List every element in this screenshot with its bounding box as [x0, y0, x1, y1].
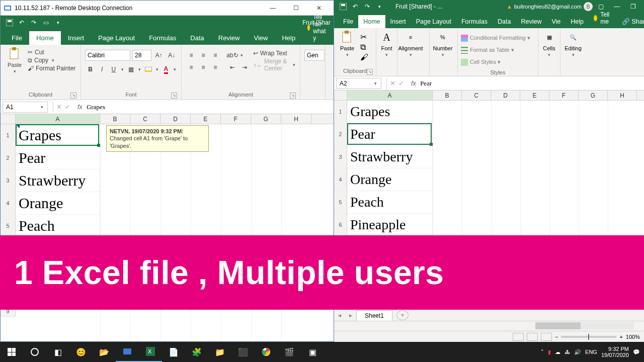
tab-help[interactable]: Help — [566, 15, 589, 28]
fx-icon[interactable]: fx — [411, 79, 416, 87]
tray-icon-2[interactable]: ☁ — [555, 349, 560, 355]
tray-chevron-icon[interactable]: ˄ — [541, 349, 544, 355]
taskbar-app-8[interactable]: ▣ — [301, 342, 324, 362]
row-header-1[interactable]: 1 — [334, 101, 347, 123]
select-all-corner[interactable] — [1, 114, 16, 124]
zoom-value[interactable]: 100% — [626, 334, 640, 340]
grow-font-icon[interactable]: A↑ — [153, 50, 165, 61]
tab-page-layout[interactable]: Page Layout — [411, 15, 456, 28]
redo-icon[interactable]: ↷ — [361, 1, 373, 13]
cell-A1[interactable]: Grapes — [16, 124, 100, 147]
row-header-3[interactable]: 3 — [334, 146, 347, 168]
task-view-button[interactable]: ◧ — [46, 342, 69, 362]
taskbar-app-3[interactable]: 📄 — [162, 342, 185, 362]
row-header-6[interactable]: 6 — [334, 214, 347, 236]
align-right-icon[interactable]: ≡ — [210, 62, 221, 73]
system-tray[interactable]: ˄ ▮ ☁ 🖧 🔊 ENG 9:32 PM 19/07/2020 💬 — [541, 346, 644, 358]
font-group-button[interactable]: AFont▾ — [379, 30, 394, 66]
alignment-group-button[interactable]: ≡Alignment▾ — [400, 30, 421, 66]
share-button[interactable]: 🔗 Share — [617, 15, 644, 28]
column-header-B[interactable]: B — [433, 90, 462, 100]
add-sheet-button[interactable]: + — [396, 310, 409, 320]
cell-A5[interactable]: Peach — [16, 215, 100, 237]
alignment-launcher[interactable]: ↘ — [290, 93, 296, 99]
cell-A6[interactable]: Pineapple — [347, 214, 433, 236]
row-header-4[interactable]: 4 — [1, 192, 16, 215]
tray-notifications-icon[interactable]: 💬 — [633, 349, 640, 355]
cell-A5[interactable]: Peach — [347, 191, 433, 214]
align-middle-icon[interactable]: ≡ — [198, 50, 209, 61]
save-icon[interactable] — [4, 17, 16, 29]
tab-page-layout[interactable]: Page Layout — [91, 31, 142, 45]
cell-A1[interactable]: Grapes — [347, 101, 433, 123]
copy-icon[interactable]: ⧉ — [360, 43, 368, 52]
formula-value-left[interactable]: Grapes — [87, 103, 334, 111]
tab-insert[interactable]: Insert — [385, 15, 411, 28]
number-format-input[interactable] — [304, 50, 325, 61]
cell-A4[interactable]: Orange — [16, 192, 100, 215]
cut-icon[interactable]: ✂ — [360, 32, 368, 42]
column-header-F[interactable]: F — [549, 90, 579, 100]
enter-formula-icon[interactable]: ✓ — [65, 103, 70, 111]
clipboard-launcher[interactable]: ↘ — [367, 69, 373, 75]
tray-network-icon[interactable]: 🖧 — [565, 349, 570, 355]
column-header-C[interactable]: C — [462, 90, 491, 100]
copy-button[interactable]: ⧉Copy▾ — [28, 57, 75, 64]
taskbar-chrome[interactable] — [255, 342, 278, 362]
tab-home[interactable]: Home — [358, 15, 385, 28]
cell-A4[interactable]: Orange — [347, 168, 433, 191]
tab-data[interactable]: Data — [183, 31, 211, 45]
taskbar-app-4[interactable]: 🧩 — [185, 342, 208, 362]
cancel-formula-icon[interactable]: ✕ — [390, 79, 395, 87]
align-top-icon[interactable]: ≡ — [186, 50, 197, 61]
row-header-3[interactable]: 3 — [1, 169, 16, 192]
tab-help[interactable]: Help — [275, 31, 302, 45]
touch-mode-icon[interactable]: ▭ — [40, 17, 52, 29]
tray-clock[interactable]: 9:32 PM 19/07/2020 — [601, 346, 629, 358]
cell-A3[interactable]: Strawberry — [16, 169, 100, 192]
editing-group-button[interactable]: 🔍Editing▾ — [564, 30, 583, 66]
wrap-text-button[interactable]: ↩Wrap Text — [253, 50, 296, 57]
align-center-icon[interactable]: ≡ — [198, 62, 209, 73]
taskbar-app-5[interactable]: 📁 — [208, 342, 231, 362]
row-header-2[interactable]: 2 — [334, 123, 347, 146]
tab-review[interactable]: Review — [516, 15, 546, 28]
tell-me[interactable]: Tell me — [589, 8, 617, 28]
column-header-D[interactable]: D — [160, 114, 191, 124]
font-size-input[interactable] — [132, 50, 151, 61]
tab-review[interactable]: Review — [211, 31, 247, 45]
window-restore[interactable]: ❐ — [625, 1, 641, 13]
column-header-B[interactable]: B — [100, 114, 130, 124]
tab-formulas[interactable]: Formulas — [142, 31, 183, 45]
formula-value-right[interactable]: Pear — [420, 79, 644, 87]
sheet-nav-prev[interactable]: ◂ — [334, 312, 345, 319]
shrink-font-icon[interactable]: A↓ — [167, 50, 178, 61]
taskbar-app-2[interactable]: 📂 — [93, 342, 116, 362]
underline-button[interactable]: U — [108, 64, 119, 75]
font-name-input[interactable] — [85, 50, 130, 61]
paste-button[interactable]: Paste▾ — [337, 30, 357, 66]
taskbar-app-6[interactable]: ⬛ — [231, 342, 255, 362]
view-normal-icon[interactable] — [513, 333, 524, 341]
taskbar-rdp[interactable] — [116, 342, 139, 362]
signed-in-user[interactable]: ▲ buitronghieu82@gmail.com B — [507, 2, 593, 11]
view-page-break-icon[interactable] — [541, 333, 552, 341]
zoom-in[interactable]: + — [619, 334, 622, 340]
tell-me[interactable]: Tell me what y — [302, 11, 334, 45]
font-launcher[interactable]: ↘ — [171, 93, 177, 99]
column-header-E[interactable]: E — [520, 90, 549, 100]
undo-icon[interactable]: ↶ — [16, 17, 28, 29]
view-page-layout-icon[interactable] — [527, 333, 538, 341]
indent-increase-icon[interactable]: ⇥ — [239, 62, 250, 73]
taskbar-excel[interactable]: X — [139, 342, 162, 362]
rdp-minimize[interactable]: — — [261, 1, 284, 16]
search-button[interactable] — [23, 342, 46, 362]
indent-decrease-icon[interactable]: ⇤ — [227, 62, 238, 73]
cancel-formula-icon[interactable]: ✕ — [56, 103, 62, 111]
format-as-table-button[interactable]: Format as Table ▾ — [461, 44, 530, 55]
zoom-slider[interactable] — [561, 336, 616, 338]
column-header-D[interactable]: D — [491, 90, 520, 100]
row-header-4[interactable]: 4 — [334, 168, 347, 191]
merge-center-button[interactable]: ⫞⫠Merge & Center▾ — [253, 58, 296, 72]
align-left-icon[interactable]: ≡ — [186, 62, 197, 73]
